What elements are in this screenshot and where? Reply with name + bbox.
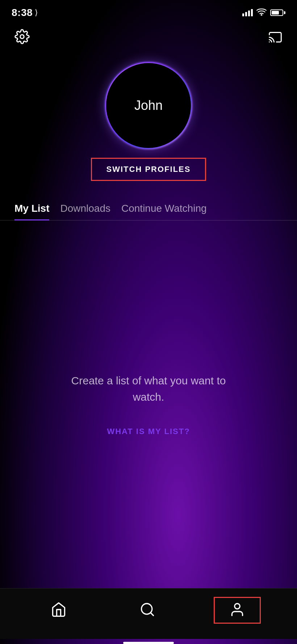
wifi-icon (256, 8, 267, 18)
status-icons (242, 8, 285, 18)
tab-downloads[interactable]: Downloads (60, 195, 121, 220)
home-icon (51, 602, 67, 619)
svg-line-4 (151, 612, 154, 615)
profile-avatar: John (105, 62, 192, 149)
tab-my-list[interactable]: My List (14, 195, 60, 220)
top-bar (0, 22, 297, 55)
bottom-nav (0, 588, 297, 639)
nav-search[interactable] (125, 598, 170, 623)
signal-bars (242, 9, 253, 16)
app-content: 8:38 ⟩ (0, 0, 297, 644)
profile-nav-icon (229, 602, 245, 619)
status-bar: 8:38 ⟩ (0, 0, 297, 22)
settings-button[interactable] (14, 29, 30, 48)
empty-state-message: Create a list of what you want to watch. (58, 372, 239, 405)
nav-profile[interactable] (214, 597, 261, 624)
switch-profiles-button[interactable]: SWITCH PROFILES (91, 158, 206, 181)
signal-bar-3 (248, 11, 250, 16)
signal-bar-1 (242, 13, 244, 16)
main-content: Create a list of what you want to watch.… (0, 220, 297, 588)
nav-home[interactable] (36, 598, 81, 623)
location-icon: ⟩ (35, 8, 38, 17)
profile-name: John (134, 98, 163, 113)
what-is-my-list-link[interactable]: WHAT IS MY LIST? (107, 427, 190, 436)
signal-bar-4 (251, 9, 253, 16)
search-icon (139, 602, 155, 619)
profile-section: John SWITCH PROFILES (0, 55, 297, 192)
svg-point-0 (261, 15, 262, 15)
cast-button[interactable] (268, 30, 283, 46)
signal-bar-2 (245, 12, 247, 16)
tabs-container: My List Downloads Continue Watching (0, 195, 297, 220)
home-indicator (123, 642, 174, 644)
svg-point-1 (20, 35, 24, 39)
battery-icon (270, 9, 285, 16)
tab-continue-watching[interactable]: Continue Watching (121, 195, 218, 220)
status-time: 8:38 (12, 7, 33, 18)
svg-point-5 (234, 603, 240, 609)
